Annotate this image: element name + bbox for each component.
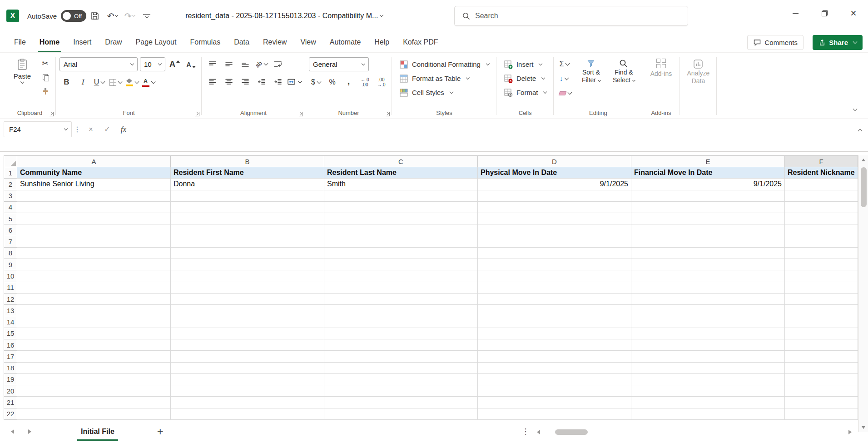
merge-center-button[interactable] xyxy=(287,75,302,89)
cell-D3[interactable] xyxy=(478,190,631,202)
cell-E13[interactable] xyxy=(631,305,785,316)
conditional-formatting-button[interactable]: Conditional Formatting xyxy=(396,57,493,71)
cell-E3[interactable] xyxy=(631,190,785,202)
cell-C4[interactable] xyxy=(324,202,478,213)
row-header-8[interactable]: 8 xyxy=(4,248,17,259)
customize-quick-access-button[interactable] xyxy=(138,7,155,25)
row-header-17[interactable]: 17 xyxy=(4,351,17,362)
cell-E20[interactable] xyxy=(631,385,785,397)
insert-function-button[interactable]: fx xyxy=(115,121,132,137)
sheet-tab-initial-file[interactable]: Initial File xyxy=(72,420,124,443)
clipboard-dialog-launcher-icon[interactable] xyxy=(50,112,54,116)
cell-B4[interactable] xyxy=(171,202,324,213)
vertical-scrollbar[interactable] xyxy=(858,155,868,432)
horizontal-scroll-thumb[interactable] xyxy=(555,429,588,435)
redo-button[interactable]: ↷ xyxy=(121,7,138,25)
sort-filter-button[interactable]: Sort & Filter xyxy=(576,57,606,100)
cell-C8[interactable] xyxy=(324,248,478,259)
cell-E14[interactable] xyxy=(631,316,785,328)
sheet-nav-left-button[interactable] xyxy=(4,423,21,440)
cell-B13[interactable] xyxy=(171,305,324,316)
tab-data[interactable]: Data xyxy=(227,32,256,52)
cell-E7[interactable] xyxy=(631,236,785,248)
cell-E18[interactable] xyxy=(631,363,785,374)
align-bottom-button[interactable] xyxy=(238,57,252,71)
cell-F12[interactable] xyxy=(785,294,858,305)
analyze-data-button[interactable]: Analyze Data xyxy=(683,57,713,85)
align-left-button[interactable] xyxy=(205,75,219,89)
tab-automate[interactable]: Automate xyxy=(323,32,367,52)
cell-A13[interactable] xyxy=(17,305,171,316)
cell-A10[interactable] xyxy=(17,270,171,282)
cell-F14[interactable] xyxy=(785,316,858,328)
new-sheet-button[interactable]: + xyxy=(152,423,169,440)
cell-F17[interactable] xyxy=(785,351,858,362)
cell-styles-button[interactable]: Cell Styles xyxy=(396,85,493,100)
underline-button[interactable]: U xyxy=(92,75,106,89)
cell-E12[interactable] xyxy=(631,294,785,305)
cell-C18[interactable] xyxy=(324,363,478,374)
cut-button[interactable]: ✂ xyxy=(38,57,52,69)
tab-file[interactable]: File xyxy=(7,32,33,52)
cell-F4[interactable] xyxy=(785,202,858,213)
cell-F1[interactable]: Resident Nickname xyxy=(785,167,858,179)
row-header-22[interactable]: 22 xyxy=(4,408,17,420)
cell-D12[interactable] xyxy=(478,294,631,305)
borders-button[interactable] xyxy=(109,75,123,89)
cell-F10[interactable] xyxy=(785,270,858,282)
italic-button[interactable]: I xyxy=(76,75,90,89)
cell-F18[interactable] xyxy=(785,363,858,374)
row-header-18[interactable]: 18 xyxy=(4,363,17,374)
cell-E5[interactable] xyxy=(631,213,785,224)
addins-button[interactable]: Add-ins xyxy=(646,57,676,78)
align-right-button[interactable] xyxy=(238,75,252,89)
cell-A17[interactable] xyxy=(17,351,171,362)
horizontal-scrollbar[interactable] xyxy=(537,424,852,439)
format-painter-button[interactable] xyxy=(38,85,52,97)
cell-D15[interactable] xyxy=(478,328,631,339)
row-header-7[interactable]: 7 xyxy=(4,236,17,248)
cell-A1[interactable]: Community Name xyxy=(17,167,171,179)
row-header-13[interactable]: 13 xyxy=(4,305,17,316)
cell-E16[interactable] xyxy=(631,339,785,351)
align-top-button[interactable] xyxy=(205,57,219,71)
row-header-2[interactable]: 2 xyxy=(4,179,17,190)
cell-E2[interactable]: 9/1/2025 xyxy=(631,179,785,190)
cell-C10[interactable] xyxy=(324,270,478,282)
paste-button[interactable]: Paste xyxy=(7,57,37,97)
align-middle-button[interactable] xyxy=(222,57,236,71)
cell-D19[interactable] xyxy=(478,374,631,385)
cell-D7[interactable] xyxy=(478,236,631,248)
cell-C16[interactable] xyxy=(324,339,478,351)
clear-button[interactable] xyxy=(557,86,573,100)
cell-D10[interactable] xyxy=(478,270,631,282)
cell-B12[interactable] xyxy=(171,294,324,305)
find-select-button[interactable]: Find & Select xyxy=(609,57,639,100)
row-header-15[interactable]: 15 xyxy=(4,328,17,339)
cell-A12[interactable] xyxy=(17,294,171,305)
row-header-3[interactable]: 3 xyxy=(4,190,17,202)
cell-A21[interactable] xyxy=(17,397,171,408)
excel-logo-icon[interactable]: X xyxy=(6,10,19,22)
select-all-corner[interactable] xyxy=(4,155,17,167)
cell-D14[interactable] xyxy=(478,316,631,328)
cell-B9[interactable] xyxy=(171,259,324,270)
cell-A11[interactable] xyxy=(17,282,171,294)
cell-E15[interactable] xyxy=(631,328,785,339)
tab-help[interactable]: Help xyxy=(367,32,396,52)
number-format-select[interactable]: General xyxy=(309,57,369,71)
cell-F7[interactable] xyxy=(785,236,858,248)
row-header-21[interactable]: 21 xyxy=(4,397,17,408)
delete-cells-button[interactable]: Delete xyxy=(500,71,551,85)
cancel-button[interactable]: × xyxy=(83,121,99,137)
cell-A4[interactable] xyxy=(17,202,171,213)
cell-B10[interactable] xyxy=(171,270,324,282)
column-header-E[interactable]: E xyxy=(631,155,785,167)
ribbon-collapse-button[interactable] xyxy=(847,104,861,115)
cell-E21[interactable] xyxy=(631,397,785,408)
column-header-B[interactable]: B xyxy=(171,155,324,167)
percent-style-button[interactable]: % xyxy=(325,75,339,89)
font-color-button[interactable]: A xyxy=(141,75,155,89)
cell-B3[interactable] xyxy=(171,190,324,202)
align-center-button[interactable] xyxy=(222,75,236,89)
